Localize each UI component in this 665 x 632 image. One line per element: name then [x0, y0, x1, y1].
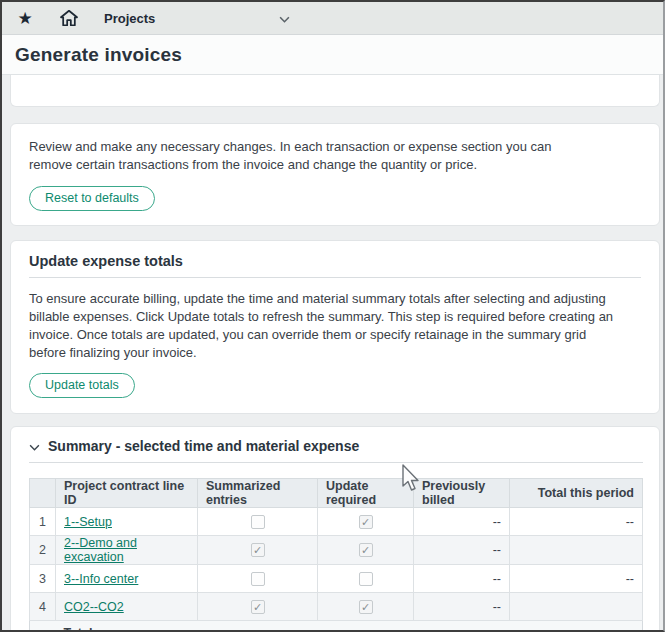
- row-number-column-header: [30, 479, 56, 508]
- summary-section-title: Summary - selected time and material exp…: [48, 438, 359, 454]
- contract-line-cell: 2--Demo and excavation: [56, 536, 198, 565]
- update-totals-button[interactable]: Update totals: [29, 373, 135, 398]
- contract-line-link[interactable]: 3--Info center: [64, 572, 138, 586]
- update-expense-totals-card: Update expense totals To ensure accurate…: [10, 240, 660, 414]
- summarized-entries-cell: ✓: [198, 536, 318, 565]
- previously-billed-cell: --: [414, 593, 510, 621]
- section-divider: [29, 462, 643, 463]
- column-header-update-required[interactable]: Update required: [318, 479, 414, 508]
- row-number: 1: [30, 508, 56, 536]
- clipped-card: [10, 75, 660, 107]
- column-header-summarized-entries[interactable]: Summarized entries: [198, 479, 318, 508]
- reset-to-defaults-button[interactable]: Reset to defaults: [29, 186, 155, 211]
- total-this-period: --: [510, 621, 643, 632]
- app-window: ★ Projects Generate invoices Review and …: [0, 0, 665, 632]
- column-header-total-this-period[interactable]: Total this period: [510, 479, 643, 508]
- projects-dropdown-label: Projects: [104, 11, 155, 26]
- review-card: Review and make any necessary changes. I…: [10, 123, 660, 226]
- summarized-entries-checkbox[interactable]: ✓: [251, 600, 265, 614]
- summarized-entries-cell: [198, 565, 318, 593]
- summarized-entries-checkbox[interactable]: ✓: [251, 543, 265, 557]
- chevron-down-icon: [279, 9, 290, 27]
- summarized-entries-checkbox[interactable]: [251, 515, 265, 529]
- total-this-period-cell: [510, 536, 643, 565]
- update-required-cell: ✓: [318, 508, 414, 536]
- home-icon[interactable]: [56, 5, 82, 31]
- update-required-checkbox[interactable]: [359, 572, 373, 586]
- contract-line-link[interactable]: CO2--CO2: [64, 600, 124, 614]
- update-required-checkbox[interactable]: ✓: [359, 600, 373, 614]
- top-navigation-bar: ★ Projects: [2, 2, 663, 35]
- total-this-period-cell: --: [510, 565, 643, 593]
- table-row: 4CO2--CO2✓✓--: [30, 593, 643, 621]
- summarized-entries-cell: [198, 508, 318, 536]
- contract-line-cell: CO2--CO2: [56, 593, 198, 621]
- update-expense-totals-title: Update expense totals: [29, 253, 641, 269]
- previously-billed-cell: --: [414, 508, 510, 536]
- favorites-star-icon[interactable]: ★: [12, 5, 38, 31]
- update-required-cell: [318, 565, 414, 593]
- total-this-period-cell: [510, 593, 643, 621]
- update-required-cell: ✓: [318, 593, 414, 621]
- table-header-row: Project contract line ID Summarized entr…: [30, 479, 643, 508]
- contract-line-link[interactable]: 1--Setup: [64, 515, 112, 529]
- table-row: 33--Info center----: [30, 565, 643, 593]
- row-number: 3: [30, 565, 56, 593]
- page-title-bar: Generate invoices: [2, 35, 663, 75]
- update-required-cell: ✓: [318, 536, 414, 565]
- summary-card: Summary - selected time and material exp…: [10, 426, 660, 632]
- page-content: Review and make any necessary changes. I…: [2, 75, 663, 632]
- total-previously-billed: --: [414, 621, 510, 632]
- chevron-down-icon: [29, 437, 48, 455]
- table-total-row: Total -- --: [30, 621, 643, 632]
- table-row: 22--Demo and excavation✓✓--: [30, 536, 643, 565]
- column-header-project-contract-line-id[interactable]: Project contract line ID: [56, 479, 198, 508]
- previously-billed-cell: --: [414, 536, 510, 565]
- previously-billed-cell: --: [414, 565, 510, 593]
- contract-line-link[interactable]: 2--Demo and excavation: [64, 536, 137, 564]
- review-instructions-text: Review and make any necessary changes. I…: [29, 138, 589, 174]
- summarized-entries-cell: ✓: [198, 593, 318, 621]
- section-divider: [29, 277, 641, 278]
- contract-line-cell: 3--Info center: [56, 565, 198, 593]
- row-number: 4: [30, 593, 56, 621]
- total-this-period-cell: --: [510, 508, 643, 536]
- table-row: 11--Setup✓----: [30, 508, 643, 536]
- update-required-checkbox[interactable]: ✓: [359, 515, 373, 529]
- total-row-label: Total: [56, 621, 198, 632]
- total-row-spacer: [30, 621, 56, 632]
- column-header-previously-billed[interactable]: Previously billed: [414, 479, 510, 508]
- row-number: 2: [30, 536, 56, 565]
- summarized-entries-checkbox[interactable]: [251, 572, 265, 586]
- update-totals-instructions-text: To ensure accurate billing, update the t…: [29, 290, 614, 362]
- summary-table: Project contract line ID Summarized entr…: [29, 478, 643, 632]
- summary-collapse-toggle[interactable]: Summary - selected time and material exp…: [29, 437, 643, 455]
- update-required-checkbox[interactable]: ✓: [359, 543, 373, 557]
- contract-line-cell: 1--Setup: [56, 508, 198, 536]
- page-title: Generate invoices: [15, 44, 182, 66]
- projects-dropdown[interactable]: Projects: [104, 9, 290, 27]
